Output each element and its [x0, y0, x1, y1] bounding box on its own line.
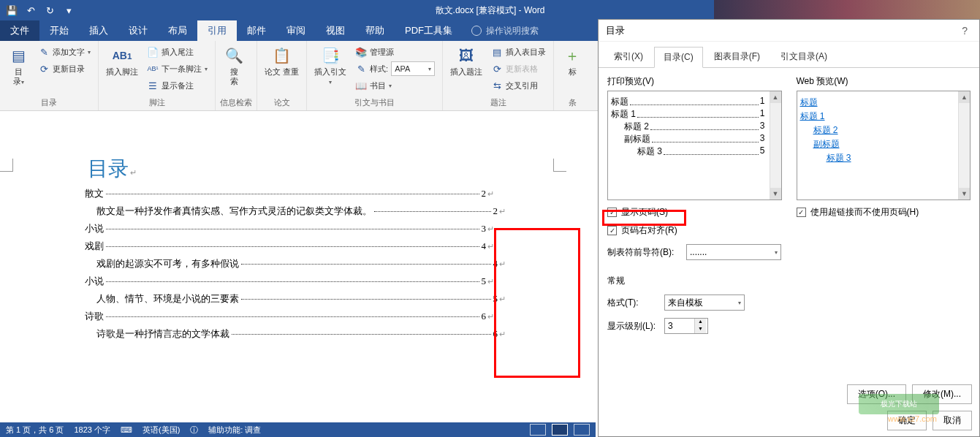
- group-toc: ▤ 目录▾ ✎添加文字 ▾ ⟳更新目录 目录: [0, 41, 99, 110]
- cancel-button[interactable]: 取消: [932, 411, 972, 430]
- group-citations: 📑 插入引文▾ 📚管理源 ✎样式: APA▾ 📖书目 ▾ 引文与书目: [307, 41, 443, 110]
- format-combo[interactable]: 来自模板 ▾: [664, 294, 745, 311]
- web-preview-link[interactable]: 标题: [800, 96, 954, 110]
- insert-caption-label: 插入题注: [450, 67, 482, 77]
- dlg-tab-authorities[interactable]: 引文目录(A): [771, 46, 837, 67]
- toc-entry[interactable]: 小说5↵: [85, 275, 494, 288]
- insert-caption-button[interactable]: 🖼 插入题注: [447, 44, 485, 96]
- tell-me-search[interactable]: 操作说明搜索: [463, 20, 539, 41]
- bibliography-button[interactable]: 📖书目 ▾: [352, 77, 438, 94]
- toc-entry[interactable]: 散文2↵: [85, 187, 494, 200]
- next-footnote-button[interactable]: AB¹下一条脚注 ▾: [144, 61, 210, 77]
- bulb-icon: [471, 26, 482, 36]
- status-lang-icon: ⌨: [121, 425, 132, 435]
- mark-icon: ＋: [562, 45, 582, 66]
- add-text-button[interactable]: ✎添加文字 ▾: [35, 44, 94, 60]
- tab-references[interactable]: 引用: [197, 20, 237, 41]
- right-align-label: 页码右对齐(R): [621, 224, 677, 237]
- scroll-up-icon[interactable]: ▲: [959, 91, 970, 103]
- tab-insert[interactable]: 插入: [79, 20, 118, 41]
- update-toc-label: 更新目录: [53, 64, 85, 75]
- group-thesis-label: 论文: [262, 96, 302, 110]
- tab-design[interactable]: 设计: [118, 20, 158, 41]
- status-page[interactable]: 第 1 页，共 6 页: [6, 425, 64, 436]
- toc-entry[interactable]: 小说3↵: [85, 222, 494, 235]
- toc-button[interactable]: ▤ 目录▾: [4, 44, 32, 96]
- thesis-check-button[interactable]: 📋 论文 查重: [262, 44, 302, 96]
- spin-down-icon[interactable]: ▼: [695, 326, 706, 333]
- tab-help[interactable]: 帮助: [355, 20, 395, 41]
- web-preview-link[interactable]: 标题 1: [800, 110, 954, 123]
- preview-scrollbar[interactable]: ▲ ▼: [958, 91, 970, 200]
- mark-entry-button[interactable]: ＋ 标: [558, 44, 586, 96]
- status-words[interactable]: 1823 个字: [74, 425, 110, 436]
- tab-layout[interactable]: 布局: [158, 20, 197, 41]
- qat-dropdown-icon[interactable]: ▾: [60, 1, 77, 19]
- undo-icon[interactable]: ↶: [22, 1, 39, 19]
- spin-up-icon[interactable]: ▲: [695, 319, 706, 326]
- toc-entry[interactable]: 戏剧4↵: [85, 240, 494, 253]
- tab-home[interactable]: 开始: [39, 20, 79, 41]
- dialog-title: 目录: [606, 24, 625, 37]
- toc-entry[interactable]: 人物、情节、环境是小说的三要素5↵: [96, 292, 506, 305]
- dlg-tab-toc[interactable]: 目录(C): [654, 47, 703, 68]
- read-mode-button[interactable]: [530, 424, 546, 436]
- insert-tof-button[interactable]: ▤插入表目录: [488, 44, 549, 60]
- scroll-up-icon[interactable]: ▲: [770, 91, 781, 103]
- toc-entry[interactable]: 诗歌是一种抒情言志的文学体裁6↵: [96, 327, 506, 341]
- use-hyperlinks-checkbox[interactable]: ✓ 使用超链接而不使用页码(H): [797, 206, 971, 218]
- search-button[interactable]: 🔍 搜索: [220, 44, 248, 96]
- insert-endnote-button[interactable]: 📄插入尾注: [144, 44, 210, 60]
- toc-label: 目录▾: [13, 67, 24, 86]
- show-levels-spinner[interactable]: ▲▼: [664, 318, 708, 334]
- dlg-tab-figures[interactable]: 图表目录(F): [704, 46, 770, 67]
- show-levels-label: 显示级别(L):: [607, 320, 658, 332]
- cross-reference-button[interactable]: ⇆交叉引用: [488, 77, 549, 94]
- caption-icon: 🖼: [456, 45, 476, 66]
- insert-citation-button[interactable]: 📑 插入引文▾: [311, 44, 349, 96]
- toc-entry[interactable]: 散文是一种抒发作者真情实感、写作方式灵活的记叙类文学体裁。2↵: [96, 205, 506, 218]
- preview-scrollbar[interactable]: ▲ ▼: [770, 91, 781, 200]
- citation-style-select[interactable]: ✎样式: APA▾: [352, 61, 438, 77]
- dialog-body: 打印预览(V) 标题1标题 11标题 23副标题3标题 35 ▲ ▼ ✓ 显示页…: [599, 68, 979, 341]
- tab-file[interactable]: 文件: [0, 20, 39, 41]
- print-layout-button[interactable]: [552, 424, 568, 436]
- save-icon[interactable]: 💾: [3, 1, 20, 19]
- tab-leader-combo[interactable]: ....... ▾: [686, 244, 781, 260]
- document-area[interactable]: 目录↵ 散文2↵散文是一种抒发作者真情实感、写作方式灵活的记叙类文学体裁。2↵小…: [0, 111, 596, 422]
- mark-label: 标: [569, 67, 577, 77]
- update-tbl-icon: ⟳: [491, 63, 503, 75]
- dlg-tab-index[interactable]: 索引(X): [604, 46, 653, 67]
- toc-entry[interactable]: 戏剧的起源实不可考，有多种假说4↵: [96, 257, 506, 270]
- help-icon[interactable]: ?: [957, 25, 972, 37]
- highlight-box-pages: [494, 228, 580, 378]
- update-toc-button[interactable]: ⟳更新目录: [35, 61, 94, 77]
- toc-entry[interactable]: 诗歌6↵: [85, 310, 494, 323]
- status-a11y[interactable]: 辅助功能: 调查: [208, 425, 261, 436]
- redo-icon[interactable]: ↻: [41, 1, 58, 19]
- web-preview-link[interactable]: 副标题: [800, 137, 954, 151]
- show-levels-input[interactable]: [665, 319, 694, 333]
- web-preview-link[interactable]: 标题 3: [800, 151, 954, 165]
- web-layout-button[interactable]: [574, 424, 590, 436]
- checkbox-checked-icon: ✓: [797, 208, 806, 217]
- tab-review[interactable]: 审阅: [276, 20, 316, 41]
- tab-leader-value: .......: [690, 247, 707, 257]
- right-align-checkbox[interactable]: ✓ 页码右对齐(R): [607, 224, 782, 237]
- group-captions-label: 题注: [447, 96, 549, 110]
- web-preview-link[interactable]: 标题 2: [800, 123, 954, 137]
- scroll-down-icon[interactable]: ▼: [770, 188, 781, 200]
- manage-sources-button[interactable]: 📚管理源: [352, 44, 438, 60]
- show-notes-button[interactable]: ☰显示备注: [144, 77, 210, 94]
- insert-footnote-button[interactable]: AB1 插入脚注: [103, 44, 141, 96]
- checkbox-checked-icon: ✓: [607, 226, 617, 235]
- tab-mailings[interactable]: 邮件: [237, 20, 276, 41]
- tab-view[interactable]: 视图: [316, 20, 355, 41]
- group-citations-label: 引文与书目: [311, 96, 438, 110]
- thesis-icon: 📋: [272, 45, 292, 66]
- insert-citation-label: 插入引文▾: [314, 67, 346, 86]
- group-footnotes: AB1 插入脚注 📄插入尾注 AB¹下一条脚注 ▾ ☰显示备注 脚注: [99, 41, 216, 110]
- tab-pdf[interactable]: PDF工具集: [395, 20, 463, 41]
- scroll-down-icon[interactable]: ▼: [959, 188, 970, 200]
- status-lang[interactable]: 英语(美国): [143, 425, 180, 436]
